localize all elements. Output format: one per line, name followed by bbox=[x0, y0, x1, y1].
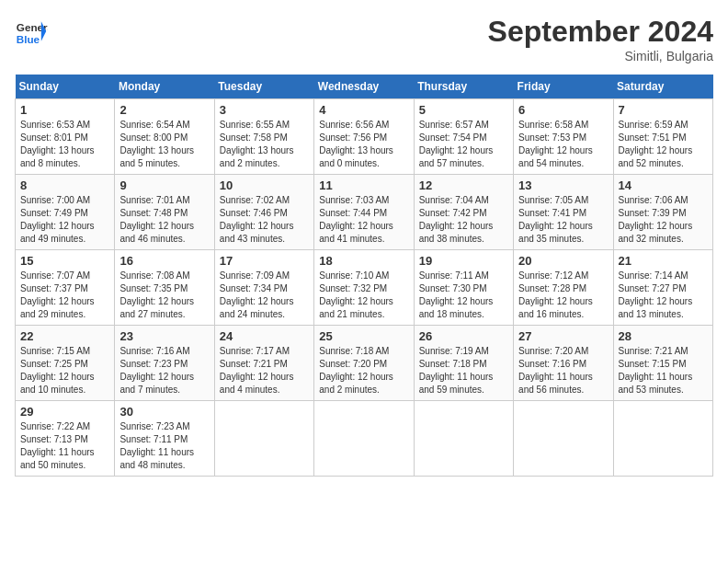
day-info: Sunrise: 6:58 AM Sunset: 7:53 PM Dayligh… bbox=[518, 119, 608, 170]
calendar-day-cell: 2Sunrise: 6:54 AM Sunset: 8:00 PM Daylig… bbox=[115, 99, 214, 175]
month-title: September 2024 bbox=[488, 15, 713, 49]
day-number: 3 bbox=[220, 103, 309, 117]
calendar-day-cell: 18Sunrise: 7:10 AM Sunset: 7:32 PM Dayli… bbox=[314, 250, 414, 326]
day-info: Sunrise: 7:09 AM Sunset: 7:34 PM Dayligh… bbox=[220, 270, 309, 321]
day-of-week-header: Thursday bbox=[414, 75, 513, 99]
day-number: 9 bbox=[119, 178, 209, 192]
day-info: Sunrise: 7:14 AM Sunset: 7:27 PM Dayligh… bbox=[619, 270, 708, 321]
day-number: 10 bbox=[220, 178, 309, 192]
calendar-day-cell: 7Sunrise: 6:59 AM Sunset: 7:51 PM Daylig… bbox=[613, 99, 712, 175]
day-number: 21 bbox=[619, 254, 708, 268]
calendar-day-cell: 21Sunrise: 7:14 AM Sunset: 7:27 PM Dayli… bbox=[613, 250, 712, 326]
day-number: 30 bbox=[119, 405, 209, 419]
calendar-day-cell: 23Sunrise: 7:16 AM Sunset: 7:23 PM Dayli… bbox=[115, 326, 214, 401]
calendar-day-cell: 5Sunrise: 6:57 AM Sunset: 7:54 PM Daylig… bbox=[414, 99, 513, 175]
day-info: Sunrise: 7:06 AM Sunset: 7:39 PM Dayligh… bbox=[619, 194, 708, 246]
calendar-day-cell: 20Sunrise: 7:12 AM Sunset: 7:28 PM Dayli… bbox=[514, 250, 613, 326]
calendar-day-cell: 24Sunrise: 7:17 AM Sunset: 7:21 PM Dayli… bbox=[214, 326, 313, 401]
day-number: 23 bbox=[119, 329, 209, 343]
calendar-day-cell: 10Sunrise: 7:02 AM Sunset: 7:46 PM Dayli… bbox=[214, 175, 313, 250]
day-number: 2 bbox=[119, 103, 209, 117]
day-info: Sunrise: 7:18 AM Sunset: 7:20 PM Dayligh… bbox=[319, 345, 408, 396]
day-number: 14 bbox=[619, 178, 708, 192]
day-number: 12 bbox=[419, 178, 508, 192]
calendar-day-cell: 28Sunrise: 7:21 AM Sunset: 7:15 PM Dayli… bbox=[613, 326, 712, 401]
logo-icon: General Blue bbox=[15, 15, 48, 48]
day-info: Sunrise: 7:17 AM Sunset: 7:21 PM Dayligh… bbox=[220, 345, 309, 396]
day-info: Sunrise: 7:20 AM Sunset: 7:16 PM Dayligh… bbox=[518, 345, 608, 396]
calendar-day-cell: 29Sunrise: 7:22 AM Sunset: 7:13 PM Dayli… bbox=[16, 401, 115, 477]
day-info: Sunrise: 6:54 AM Sunset: 8:00 PM Dayligh… bbox=[119, 119, 209, 170]
calendar-day-cell: 14Sunrise: 7:06 AM Sunset: 7:39 PM Dayli… bbox=[613, 175, 712, 250]
calendar-day-cell bbox=[613, 401, 712, 477]
day-number: 4 bbox=[319, 103, 408, 117]
calendar-day-cell: 19Sunrise: 7:11 AM Sunset: 7:30 PM Dayli… bbox=[414, 250, 513, 326]
day-number: 20 bbox=[518, 254, 608, 268]
day-info: Sunrise: 7:15 AM Sunset: 7:25 PM Dayligh… bbox=[20, 345, 109, 396]
calendar-day-cell bbox=[514, 401, 613, 477]
day-info: Sunrise: 7:12 AM Sunset: 7:28 PM Dayligh… bbox=[518, 270, 608, 321]
day-number: 15 bbox=[20, 254, 109, 268]
location: Simitli, Bulgaria bbox=[488, 49, 713, 63]
day-number: 25 bbox=[319, 329, 408, 343]
calendar-day-cell: 9Sunrise: 7:01 AM Sunset: 7:48 PM Daylig… bbox=[115, 175, 214, 250]
day-number: 19 bbox=[419, 254, 508, 268]
day-number: 1 bbox=[20, 103, 109, 117]
calendar-day-cell: 16Sunrise: 7:08 AM Sunset: 7:35 PM Dayli… bbox=[115, 250, 214, 326]
day-number: 6 bbox=[518, 103, 608, 117]
calendar-week-row: 1Sunrise: 6:53 AM Sunset: 8:01 PM Daylig… bbox=[16, 99, 713, 175]
day-info: Sunrise: 6:56 AM Sunset: 7:56 PM Dayligh… bbox=[319, 119, 408, 170]
calendar-day-cell: 4Sunrise: 6:56 AM Sunset: 7:56 PM Daylig… bbox=[314, 99, 414, 175]
calendar-week-row: 8Sunrise: 7:00 AM Sunset: 7:49 PM Daylig… bbox=[16, 175, 713, 250]
day-number: 16 bbox=[119, 254, 209, 268]
day-number: 24 bbox=[220, 329, 309, 343]
day-number: 28 bbox=[619, 329, 708, 343]
calendar-day-cell: 6Sunrise: 6:58 AM Sunset: 7:53 PM Daylig… bbox=[514, 99, 613, 175]
day-info: Sunrise: 6:53 AM Sunset: 8:01 PM Dayligh… bbox=[20, 119, 109, 170]
calendar-day-cell bbox=[414, 401, 513, 477]
calendar-day-cell: 22Sunrise: 7:15 AM Sunset: 7:25 PM Dayli… bbox=[16, 326, 115, 401]
day-info: Sunrise: 6:55 AM Sunset: 7:58 PM Dayligh… bbox=[220, 119, 309, 170]
title-block: September 2024 Simitli, Bulgaria bbox=[488, 15, 713, 63]
day-info: Sunrise: 7:07 AM Sunset: 7:37 PM Dayligh… bbox=[20, 270, 109, 321]
day-info: Sunrise: 7:01 AM Sunset: 7:48 PM Dayligh… bbox=[119, 194, 209, 246]
calendar-day-cell: 25Sunrise: 7:18 AM Sunset: 7:20 PM Dayli… bbox=[314, 326, 414, 401]
day-info: Sunrise: 7:22 AM Sunset: 7:13 PM Dayligh… bbox=[20, 420, 109, 472]
day-info: Sunrise: 7:05 AM Sunset: 7:41 PM Dayligh… bbox=[518, 194, 608, 246]
calendar-week-row: 15Sunrise: 7:07 AM Sunset: 7:37 PM Dayli… bbox=[16, 250, 713, 326]
calendar-table: SundayMondayTuesdayWednesdayThursdayFrid… bbox=[15, 75, 713, 477]
day-number: 18 bbox=[319, 254, 408, 268]
calendar-day-cell: 11Sunrise: 7:03 AM Sunset: 7:44 PM Dayli… bbox=[314, 175, 414, 250]
day-number: 29 bbox=[20, 405, 109, 419]
day-info: Sunrise: 6:59 AM Sunset: 7:51 PM Dayligh… bbox=[619, 119, 708, 170]
day-number: 11 bbox=[319, 178, 408, 192]
day-of-week-header: Tuesday bbox=[214, 75, 313, 99]
day-info: Sunrise: 7:10 AM Sunset: 7:32 PM Dayligh… bbox=[319, 270, 408, 321]
day-number: 22 bbox=[20, 329, 109, 343]
day-number: 17 bbox=[220, 254, 309, 268]
calendar-header-row: SundayMondayTuesdayWednesdayThursdayFrid… bbox=[16, 75, 713, 99]
day-of-week-header: Monday bbox=[115, 75, 214, 99]
day-info: Sunrise: 7:03 AM Sunset: 7:44 PM Dayligh… bbox=[319, 194, 408, 246]
day-info: Sunrise: 6:57 AM Sunset: 7:54 PM Dayligh… bbox=[419, 119, 508, 170]
calendar-day-cell: 1Sunrise: 6:53 AM Sunset: 8:01 PM Daylig… bbox=[16, 99, 115, 175]
day-of-week-header: Saturday bbox=[613, 75, 712, 99]
page-header: General Blue September 2024 Simitli, Bul… bbox=[15, 15, 713, 63]
day-info: Sunrise: 7:23 AM Sunset: 7:11 PM Dayligh… bbox=[119, 420, 209, 472]
calendar-day-cell: 27Sunrise: 7:20 AM Sunset: 7:16 PM Dayli… bbox=[514, 326, 613, 401]
day-of-week-header: Sunday bbox=[16, 75, 115, 99]
calendar-day-cell: 8Sunrise: 7:00 AM Sunset: 7:49 PM Daylig… bbox=[16, 175, 115, 250]
day-of-week-header: Friday bbox=[514, 75, 613, 99]
day-number: 26 bbox=[419, 329, 508, 343]
svg-text:Blue: Blue bbox=[17, 33, 40, 45]
day-number: 8 bbox=[20, 178, 109, 192]
calendar-day-cell: 15Sunrise: 7:07 AM Sunset: 7:37 PM Dayli… bbox=[16, 250, 115, 326]
logo: General Blue bbox=[15, 15, 48, 48]
day-of-week-header: Wednesday bbox=[314, 75, 414, 99]
calendar-day-cell: 30Sunrise: 7:23 AM Sunset: 7:11 PM Dayli… bbox=[115, 401, 214, 477]
day-info: Sunrise: 7:02 AM Sunset: 7:46 PM Dayligh… bbox=[220, 194, 309, 246]
day-info: Sunrise: 7:21 AM Sunset: 7:15 PM Dayligh… bbox=[619, 345, 708, 396]
day-number: 7 bbox=[619, 103, 708, 117]
calendar-day-cell: 26Sunrise: 7:19 AM Sunset: 7:18 PM Dayli… bbox=[414, 326, 513, 401]
calendar-day-cell: 12Sunrise: 7:04 AM Sunset: 7:42 PM Dayli… bbox=[414, 175, 513, 250]
